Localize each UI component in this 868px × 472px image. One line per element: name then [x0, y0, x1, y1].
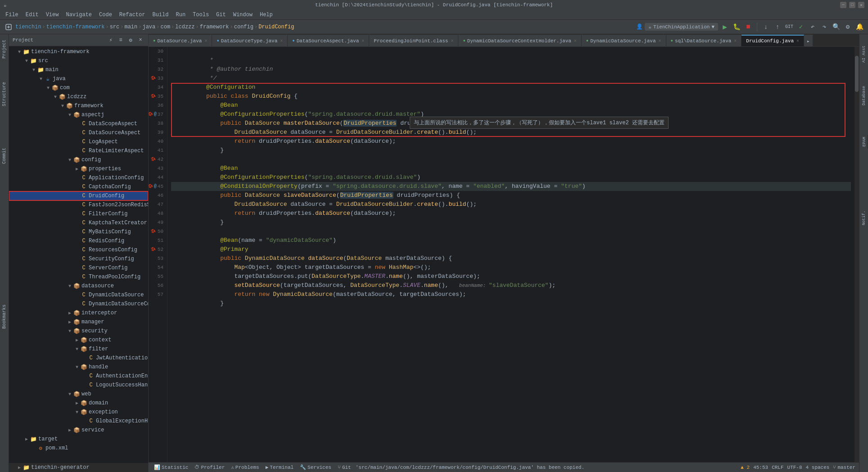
- tree-item-target[interactable]: ▶ 📁 target: [9, 435, 148, 444]
- breadcrumb-main[interactable]: main: [124, 24, 137, 30]
- hide-icon[interactable]: ×: [136, 36, 145, 44]
- redo-button[interactable]: ↷: [819, 22, 829, 32]
- tree-item-config[interactable]: ▼ 📦 config: [9, 155, 148, 164]
- tree-item-domain[interactable]: ▶ 📦 domain: [9, 399, 148, 408]
- status-tab-services[interactable]: 🔧 Services: [298, 463, 333, 472]
- tree-item-SecurityConfig[interactable]: C SecurityConfig: [9, 254, 148, 263]
- breadcrumb-framework2[interactable]: framework: [200, 24, 229, 30]
- tree-item-ThreadPoolConfig[interactable]: C ThreadPoolConfig: [9, 272, 148, 281]
- tree-item-src[interactable]: ▼ 📁 src: [9, 56, 148, 65]
- tree-item-LogoutSuccessHandler[interactable]: C LogoutSuccessHandler...: [9, 381, 148, 390]
- breadcrumb-tienchin[interactable]: tienchin: [15, 24, 41, 30]
- run-button[interactable]: ▶: [720, 22, 730, 32]
- maximize-button[interactable]: □: [849, 2, 855, 8]
- side-tab-commit[interactable]: Commit: [1, 146, 8, 166]
- tree-item-ApplicationConfig[interactable]: C ApplicationConfig: [9, 173, 148, 182]
- tree-item-exception[interactable]: ▼ 📦 exception: [9, 408, 148, 417]
- ai-assistant-toggle[interactable]: AI Asst: [860, 36, 868, 72]
- database-toggle[interactable]: Database: [860, 82, 868, 109]
- tree-item-RedisConfig[interactable]: C RedisConfig: [9, 236, 148, 245]
- tree-item-properties[interactable]: ▶ 📦 properties: [9, 164, 148, 173]
- git-update-button[interactable]: ↓: [761, 22, 771, 32]
- tree-item-DynamicDataSourceContext[interactable]: C DynamicDataSourceContext...: [9, 300, 148, 309]
- tree-item-lcdzzz[interactable]: ▼ 📦 lcdzzz: [9, 92, 148, 101]
- tree-item-handle[interactable]: ▼ 📦 handle: [9, 363, 148, 372]
- tab-DynamicDataSourceContextHolder-java[interactable]: ● DynamicDataSourceContextHolder.java ×: [458, 35, 581, 46]
- tree-item-web[interactable]: ▼ 📦 web: [9, 390, 148, 399]
- tree-item-main[interactable]: ▼ 📁 main: [9, 65, 148, 74]
- tree-item-RateLimiterAspect[interactable]: C RateLimiterAspect: [9, 146, 148, 155]
- undo-button[interactable]: ↶: [808, 22, 818, 32]
- tree-item-tienchin-generator[interactable]: ▶ 📁 tienchin-generator: [9, 463, 148, 472]
- tree-item-DataScopeAspect[interactable]: C DataScopeAspect: [9, 119, 148, 128]
- status-tab-git[interactable]: ⑂ Git: [336, 463, 353, 472]
- menu-code[interactable]: Code: [95, 11, 116, 19]
- minimize-button[interactable]: ─: [840, 2, 846, 8]
- tree-item-framework[interactable]: ▼ 📦 framework: [9, 101, 148, 110]
- side-tab-project[interactable]: Project: [1, 38, 8, 60]
- tree-item-pom-xml[interactable]: ⚙ pom.xml: [9, 444, 148, 453]
- menu-refactor[interactable]: Refactor: [116, 11, 149, 19]
- tree-item-MyBatisConfig[interactable]: C MyBatisConfig: [9, 227, 148, 236]
- stop-button[interactable]: ■: [743, 22, 753, 32]
- tree-item-GlobalExceptionHandler[interactable]: C GlobalExceptionHandler...: [9, 417, 148, 426]
- tab-close-icon[interactable]: ×: [659, 39, 661, 44]
- tab-close-icon[interactable]: ×: [734, 39, 737, 44]
- status-tab-terminal[interactable]: ▶ Terminal: [264, 463, 295, 472]
- menu-window[interactable]: Window: [230, 11, 256, 19]
- tab-DruidConfig-java[interactable]: DruidConfig.java ×: [741, 35, 804, 46]
- tab-close-icon[interactable]: ×: [796, 39, 799, 44]
- breadcrumb-framework[interactable]: tienchin-framework: [46, 24, 105, 30]
- tree-item-ServerConfig[interactable]: C ServerConfig: [9, 263, 148, 272]
- close-button[interactable]: ✕: [858, 2, 864, 8]
- breadcrumb-com[interactable]: com: [160, 24, 170, 30]
- tab-close-icon[interactable]: ×: [574, 39, 577, 44]
- tree-item-LogAspect[interactable]: C LogAspect: [9, 137, 148, 146]
- tab-close-icon[interactable]: ×: [280, 39, 283, 44]
- git-push-button[interactable]: ↑: [773, 22, 782, 32]
- tree-item-aspectj[interactable]: ▼ 📦 aspectj: [9, 110, 148, 119]
- menu-git[interactable]: Git: [212, 11, 230, 19]
- tab-close-icon[interactable]: ×: [362, 39, 364, 44]
- code-area[interactable]: * * @author tienchin */ @Configuration p…: [167, 47, 854, 462]
- tab-close-icon[interactable]: ×: [204, 39, 207, 44]
- notifications-toggle[interactable]: Notif.: [860, 200, 868, 236]
- tree-item-interceptor[interactable]: ▶ 📦 interceptor: [9, 309, 148, 318]
- tree-item-JwtAuthenticationToken[interactable]: C JwtAuthenticationToken...: [9, 354, 148, 363]
- breadcrumb-config[interactable]: config: [234, 24, 253, 30]
- menu-view[interactable]: View: [42, 11, 63, 19]
- tree-item-FastJson2[interactable]: C FastJson2JsonRedisSerializ...: [9, 200, 148, 209]
- tree-item-ResourcesConfig[interactable]: C ResourcesConfig: [9, 245, 148, 254]
- git-check-icon[interactable]: ✓: [796, 22, 806, 32]
- status-tab-statistic[interactable]: 📊 Statistic: [152, 463, 190, 472]
- tree-item-DynamicDataSource[interactable]: C DynamicDataSource: [9, 290, 148, 300]
- tab-DataSourceAspect-java[interactable]: ● DataSourceAspect.java ×: [288, 35, 369, 46]
- breadcrumb-src[interactable]: src: [110, 24, 120, 30]
- tab-sql-DataSource-java[interactable]: ● sql\DataSource.java ×: [666, 35, 742, 46]
- breadcrumb-java[interactable]: java: [142, 24, 155, 30]
- breadcrumb-druidconfig[interactable]: DruidConfig: [258, 24, 294, 30]
- tree-item-tienchin-framework[interactable]: ▼ 📁 tienchin-framework: [9, 47, 148, 56]
- menu-edit[interactable]: Edit: [22, 11, 42, 19]
- side-tab-bookmarks[interactable]: Bookmarks: [1, 303, 8, 331]
- sync-icon[interactable]: ⚡: [107, 36, 115, 44]
- tab-close-icon[interactable]: ×: [451, 39, 453, 44]
- tree-item-datasource[interactable]: ▼ 📦 datasource: [9, 281, 148, 290]
- search-button[interactable]: 🔍: [831, 22, 841, 32]
- collapse-all-icon[interactable]: ≡: [117, 36, 125, 44]
- tab-more[interactable]: ▸: [804, 35, 813, 46]
- tree-item-FilterConfig[interactable]: C FilterConfig: [9, 209, 148, 218]
- tree-item-security[interactable]: ▼ 📦 security: [9, 327, 148, 336]
- menu-navigate[interactable]: Navigate: [62, 11, 95, 19]
- git-branch[interactable]: ⑂ master: [833, 465, 855, 470]
- tree-item-DataSourceAspect[interactable]: C DataSourceAspect: [9, 128, 148, 137]
- menu-help[interactable]: Help: [256, 11, 276, 19]
- settings-icon[interactable]: ⚙: [127, 36, 135, 44]
- tree-item-DruidConfig[interactable]: C DruidConfig: [9, 191, 148, 200]
- notifications-button[interactable]: 🔔: [854, 22, 864, 32]
- run-config-selector[interactable]: ☕ TienChinApplication ▼: [645, 23, 718, 31]
- menu-run[interactable]: Run: [172, 11, 189, 19]
- status-tab-problems[interactable]: ⚠ Problems: [229, 463, 261, 472]
- tree-item-CaptchaConfig[interactable]: C CaptchaConfig: [9, 182, 148, 191]
- tree-item-service[interactable]: ▶ 📦 service: [9, 426, 148, 435]
